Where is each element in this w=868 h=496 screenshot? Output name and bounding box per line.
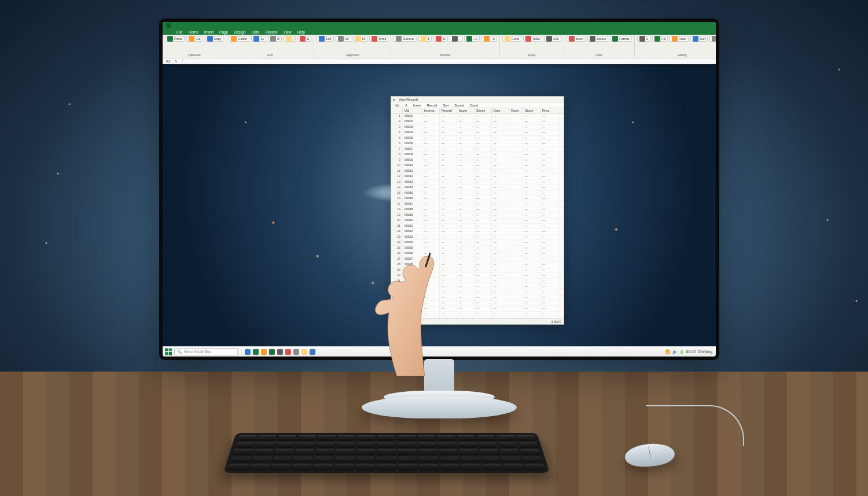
cell[interactable]: — xyxy=(540,251,560,256)
cell[interactable] xyxy=(509,113,523,119)
cell[interactable]: — xyxy=(540,245,560,251)
cell[interactable]: — xyxy=(492,190,509,196)
cell[interactable]: — xyxy=(492,273,509,278)
taskbar-app-explorer[interactable] xyxy=(245,349,251,355)
table-row[interactable]: 3600036——————— xyxy=(391,306,564,312)
row-header[interactable]: 16 xyxy=(391,196,403,201)
cell[interactable]: — xyxy=(475,251,492,256)
cell[interactable]: — xyxy=(475,218,492,223)
cell[interactable]: — xyxy=(523,207,540,212)
cell[interactable] xyxy=(509,278,523,284)
cell[interactable]: 00018 xyxy=(403,207,422,212)
cell[interactable]: — xyxy=(422,300,440,306)
cell[interactable]: — xyxy=(540,240,560,245)
cell[interactable]: 00022 xyxy=(403,229,422,234)
cell[interactable] xyxy=(509,152,523,157)
ribbon-button[interactable]: Wrap xyxy=(369,36,388,42)
cell[interactable]: 00027 xyxy=(403,256,422,262)
cell[interactable] xyxy=(509,124,523,130)
cell[interactable]: — xyxy=(440,207,457,212)
row-header[interactable]: 6 xyxy=(391,141,403,146)
cell[interactable]: — xyxy=(540,278,560,284)
menu-review[interactable]: Review xyxy=(265,30,277,34)
row-header[interactable]: 5 xyxy=(391,135,403,141)
cell[interactable] xyxy=(509,256,523,262)
cell[interactable]: — xyxy=(422,168,440,174)
cell[interactable] xyxy=(509,240,523,245)
ribbon-button[interactable]: Calibri xyxy=(229,36,249,42)
cell[interactable]: — xyxy=(457,311,475,317)
cell[interactable]: — xyxy=(475,113,492,119)
cell[interactable] xyxy=(509,262,523,267)
cell[interactable]: — xyxy=(540,190,560,196)
cell[interactable]: — xyxy=(475,185,492,190)
row-header[interactable]: 17 xyxy=(391,201,403,207)
cell[interactable]: 00037 xyxy=(403,311,422,317)
table-row[interactable]: 300003——————— xyxy=(391,124,564,130)
ribbon-button[interactable]: Cell xyxy=(544,36,561,42)
row-header[interactable]: 24 xyxy=(391,240,403,245)
cell[interactable]: — xyxy=(422,267,440,273)
fx-icon[interactable]: fx xyxy=(175,60,178,63)
cell[interactable]: 00011 xyxy=(403,168,422,174)
cell[interactable]: — xyxy=(523,245,540,251)
column-header[interactable]: Record xyxy=(440,108,457,113)
ribbon-button[interactable]: Table xyxy=(523,36,542,42)
row-header[interactable]: 12 xyxy=(391,174,403,179)
cell[interactable] xyxy=(509,289,523,295)
cell[interactable]: — xyxy=(492,201,509,207)
cell[interactable]: — xyxy=(422,251,440,256)
cell[interactable]: — xyxy=(540,174,560,179)
cell[interactable]: — xyxy=(523,174,540,179)
taskbar-app-store[interactable] xyxy=(261,349,267,355)
cell[interactable]: — xyxy=(440,262,457,267)
table-row[interactable]: 2600026——————— xyxy=(391,251,564,257)
row-header[interactable]: 1 xyxy=(391,113,403,119)
cell[interactable]: — xyxy=(475,124,492,130)
cell[interactable]: — xyxy=(540,152,560,157)
table-row[interactable]: 1400014——————— xyxy=(391,185,564,191)
cell[interactable]: — xyxy=(440,229,457,234)
cell[interactable]: — xyxy=(475,119,492,124)
cell[interactable]: — xyxy=(422,218,440,223)
cell[interactable]: — xyxy=(422,146,440,152)
cell[interactable]: — xyxy=(523,163,540,168)
cell[interactable]: — xyxy=(492,124,509,130)
cell[interactable] xyxy=(509,201,523,207)
cell[interactable] xyxy=(509,190,523,196)
cell[interactable]: — xyxy=(475,212,492,218)
cell[interactable] xyxy=(509,179,523,185)
taskbar-app-chat[interactable] xyxy=(310,349,315,355)
cell[interactable]: — xyxy=(457,273,475,278)
cell[interactable]: — xyxy=(540,284,560,289)
cell[interactable]: — xyxy=(440,295,457,300)
cell[interactable]: — xyxy=(492,157,509,163)
cell[interactable]: — xyxy=(540,256,560,262)
cell[interactable]: 00008 xyxy=(403,152,422,157)
cell[interactable]: — xyxy=(540,146,560,152)
cell[interactable]: — xyxy=(422,201,440,207)
ribbon-button[interactable]: Format xyxy=(610,36,631,42)
cell[interactable] xyxy=(509,245,523,251)
row-header[interactable]: 27 xyxy=(391,256,403,262)
cell[interactable] xyxy=(509,185,523,190)
ribbon-button[interactable]: Cut xyxy=(186,36,203,42)
cell[interactable]: — xyxy=(523,229,540,234)
cell[interactable]: — xyxy=(475,267,492,273)
cell[interactable]: — xyxy=(422,229,440,234)
cell[interactable]: — xyxy=(440,157,457,163)
cell[interactable] xyxy=(509,267,523,273)
cell[interactable]: — xyxy=(540,295,560,300)
cell[interactable]: — xyxy=(440,190,457,196)
row-header[interactable]: 14 xyxy=(391,185,403,190)
cell[interactable]: — xyxy=(457,201,475,207)
cell[interactable]: — xyxy=(523,135,540,141)
cell[interactable]: — xyxy=(457,157,475,163)
cell[interactable]: — xyxy=(422,223,440,229)
table-row[interactable]: 2700027——————— xyxy=(391,256,564,262)
cell[interactable]: — xyxy=(457,278,475,284)
start-button[interactable] xyxy=(165,348,172,355)
cell[interactable]: — xyxy=(523,185,540,190)
cell[interactable]: — xyxy=(440,245,457,251)
cell[interactable]: — xyxy=(457,196,475,201)
